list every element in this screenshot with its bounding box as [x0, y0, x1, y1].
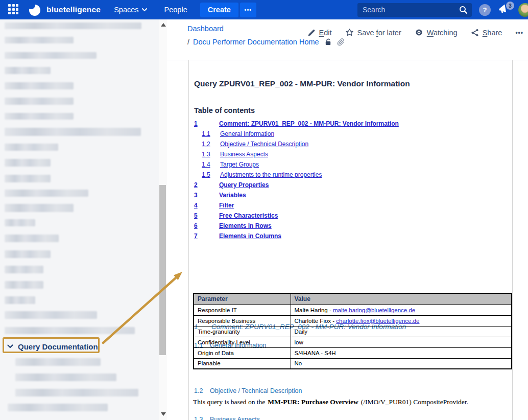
sidebar-item-placeholder[interactable] — [5, 82, 74, 89]
table-row: Responsible BusinessCharlotte Fiox - cha… — [194, 315, 512, 326]
search-input[interactable] — [357, 3, 472, 17]
parameter-cell: Confidentiality Level — [194, 337, 291, 347]
toc-link[interactable]: Objective / Technical Description — [220, 141, 308, 148]
toc-number-link[interactable]: 6 — [194, 222, 198, 229]
sidebar-item-placeholder[interactable] — [15, 389, 138, 396]
sidebar-item-placeholder[interactable] — [5, 52, 97, 59]
chevron-down-icon — [7, 344, 13, 348]
sidebar-item-placeholder[interactable] — [5, 219, 35, 226]
toc-row: 6Elements in Rows — [194, 221, 506, 231]
table-header-row: Parameter Value — [194, 293, 512, 305]
toc-number-link[interactable]: 2 — [194, 181, 198, 189]
toc-number-link[interactable]: 4 — [194, 202, 198, 209]
sidebar-item-placeholder[interactable] — [15, 358, 101, 366]
value-text: No — [295, 360, 302, 366]
brand-name[interactable]: bluetelligence — [46, 5, 101, 14]
toc-link[interactable]: Variables — [219, 192, 246, 199]
watching-button[interactable]: Watching — [415, 28, 458, 37]
scroll-down-arrow-icon[interactable] — [161, 412, 166, 416]
value-cell: Daily — [291, 326, 512, 337]
sidebar-item-query-documentation[interactable]: Query Documentation — [7, 340, 98, 353]
sidebar-item-placeholder[interactable] — [5, 159, 51, 167]
sidebar-item-placeholder[interactable] — [5, 37, 74, 43]
toc-link[interactable]: Target Groups — [220, 161, 259, 168]
sidebar-item-placeholder[interactable] — [5, 113, 74, 120]
table-row: Time-granularityDaily — [194, 326, 512, 337]
sidebar-item-placeholder[interactable] — [5, 144, 58, 151]
toc-link[interactable]: Elements in Rows — [219, 222, 272, 229]
toc-link[interactable]: Elements in Columns — [219, 232, 281, 240]
value-text: Daily — [295, 329, 308, 335]
email-link[interactable]: charlotte.fiox@bluetelligence.de — [336, 318, 419, 324]
sidebar-item-placeholder[interactable] — [5, 266, 43, 273]
edit-button[interactable]: Edit — [307, 29, 332, 37]
toc-link[interactable]: General Information — [220, 130, 274, 137]
sidebar-item-placeholder[interactable] — [5, 296, 35, 304]
breadcrumb-current-page[interactable]: Docu Performer Documentation Home — [193, 38, 319, 46]
sidebar-item-placeholder[interactable] — [5, 128, 141, 136]
bluetelligence-logo-icon[interactable] — [28, 3, 41, 16]
save-for-later-button[interactable]: Save for later — [345, 28, 401, 37]
sidebar-item-placeholder[interactable] — [5, 190, 88, 197]
help-icon[interactable]: ? — [479, 4, 491, 16]
toc-link[interactable]: Filter — [219, 202, 234, 209]
toc-link[interactable]: Business Aspects — [220, 151, 268, 158]
section-1-2-paragraph: This query is based on theMM-PUR: Purcha… — [193, 398, 510, 406]
toc-link[interactable]: Adjustments to the runtime properties — [220, 171, 322, 178]
table-row: PlanableNo — [194, 358, 512, 369]
sidebar-item-placeholder[interactable] — [5, 67, 51, 74]
value-text: low — [295, 339, 303, 345]
page-actions: Edit Save for later Watching Share — [307, 28, 524, 37]
value-cell: Charlotte Fiox - charlotte.fiox@bluetell… — [291, 315, 512, 326]
pencil-icon — [307, 29, 316, 37]
notifications-icon[interactable]: 3 — [498, 3, 511, 16]
nav-people[interactable]: People — [164, 6, 187, 14]
value-cell: low — [291, 337, 512, 347]
toc-row: 1Comment: ZPURV01_REP_002 - MM-PUR: Vend… — [194, 119, 506, 129]
toc-number-link[interactable]: 1.2 — [202, 141, 210, 148]
toc-link[interactable]: Comment: ZPURV01_REP_002 - MM-PUR: Vendo… — [219, 120, 399, 127]
table-row: Origin of DataS/4HANA - S4H — [194, 347, 512, 358]
user-avatar[interactable] — [518, 3, 528, 17]
toc-number-link[interactable]: 3 — [194, 192, 198, 199]
create-more-button[interactable]: ••• — [240, 3, 256, 17]
table-row: Responsible ITMalte Haring - malte.harin… — [194, 305, 512, 315]
attachment-icon[interactable] — [337, 38, 345, 46]
sidebar-item-placeholder[interactable] — [15, 374, 116, 381]
sidebar-item-placeholder[interactable] — [5, 175, 51, 182]
toc-number-link[interactable]: 1.4 — [202, 161, 210, 168]
sidebar-item-placeholder[interactable] — [5, 327, 135, 334]
sidebar-item-placeholder[interactable] — [5, 98, 74, 105]
toc-number-link[interactable]: 1.3 — [202, 151, 210, 158]
search-icon[interactable] — [459, 6, 468, 14]
toc-link[interactable]: Query Properties — [219, 181, 269, 189]
scrollbar-thumb[interactable] — [159, 185, 166, 355]
toc-number-link[interactable]: 7 — [194, 232, 198, 240]
sidebar-scrollbar[interactable] — [159, 19, 167, 420]
breadcrumb-dashboard[interactable]: Dashboard — [187, 25, 224, 33]
share-button[interactable]: Share — [471, 29, 502, 37]
toc-link[interactable]: Free Characteristics — [219, 212, 278, 219]
toc-number-link[interactable]: 5 — [194, 212, 198, 219]
scroll-up-arrow-icon[interactable] — [161, 23, 166, 27]
email-link[interactable]: malte.haring@bluetelligence.de — [333, 307, 415, 313]
section-title: Objective / Technical Description — [210, 387, 302, 394]
parameter-cell: Origin of Data — [194, 347, 291, 358]
sidebar-item-placeholder[interactable] — [5, 235, 59, 242]
app-switcher-icon[interactable] — [8, 4, 19, 15]
toc-row: 4Filter — [194, 201, 506, 211]
sidebar-item-placeholder[interactable] — [5, 311, 97, 319]
nav-spaces[interactable]: Spaces — [114, 6, 147, 14]
toc-number-link[interactable]: 1.1 — [202, 130, 210, 137]
sidebar-item-placeholder[interactable] — [5, 281, 43, 289]
value-text: Malte Haring - — [295, 307, 333, 313]
unlock-icon[interactable] — [324, 38, 332, 46]
page-more-button[interactable]: ••• — [515, 29, 523, 36]
toc-number-link[interactable]: 1.5 — [202, 171, 210, 178]
create-button[interactable]: Create — [200, 3, 238, 17]
toc-number-link[interactable]: 1 — [194, 120, 198, 127]
sidebar-item-placeholder[interactable] — [5, 22, 141, 29]
sidebar-item-placeholder[interactable] — [8, 404, 108, 411]
sidebar-item-placeholder[interactable] — [5, 250, 51, 258]
sidebar-item-placeholder[interactable] — [5, 204, 74, 212]
